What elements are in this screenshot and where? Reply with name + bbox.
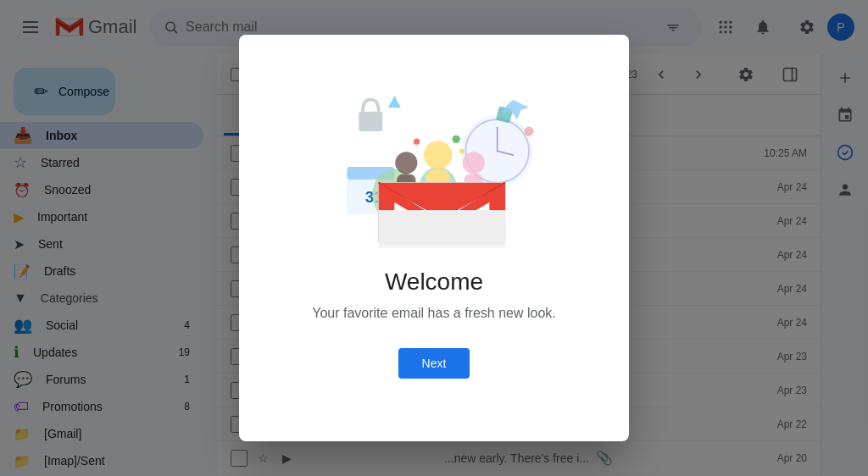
welcome-modal: 31 [239,35,629,441]
svg-point-38 [452,136,459,143]
svg-marker-29 [388,96,401,108]
svg-point-34 [463,152,485,174]
modal-illustration: 31 [315,62,553,248]
svg-point-40 [459,149,465,154]
svg-point-39 [414,138,420,144]
svg-point-32 [424,141,453,169]
modal-overlay[interactable]: 31 [0,0,868,476]
svg-point-28 [524,126,533,136]
modal-next-button[interactable]: Next [398,348,470,379]
modal-subtitle: Your favorite email has a fresh new look… [312,306,556,321]
modal-title: Welcome [385,268,483,296]
svg-point-36 [395,152,417,174]
svg-rect-26 [359,112,382,131]
